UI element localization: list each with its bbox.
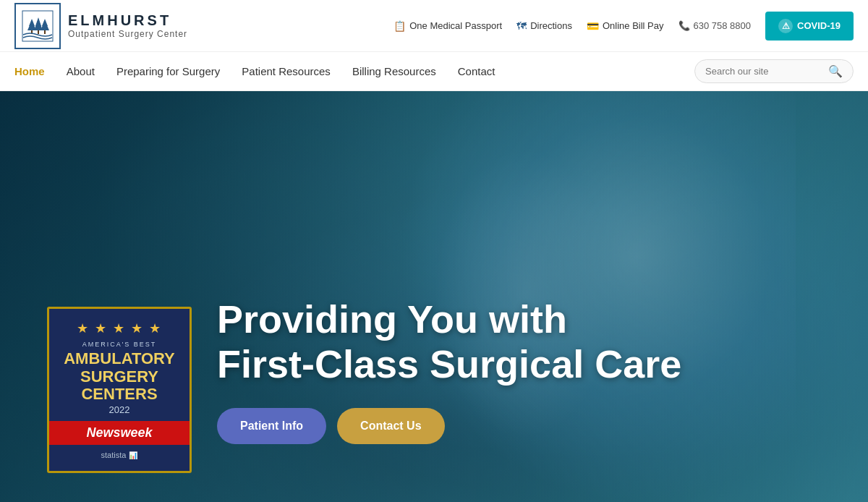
directions-icon: 🗺: [516, 20, 527, 32]
nav-preparing[interactable]: Preparing for Surgery: [116, 61, 220, 81]
logo-text: ELMHURST Outpatient Surgery Center: [68, 12, 187, 39]
search-area[interactable]: 🔍: [694, 59, 854, 83]
covid-label: COVID-19: [797, 20, 841, 31]
directions-label: Directions: [530, 20, 572, 31]
award-title-line1: Ambulatory: [61, 350, 178, 367]
award-title-line2: Surgery: [61, 368, 178, 386]
hero-section: ★ ★ ★ ★ ★ America's Best Ambulatory Surg…: [0, 91, 868, 502]
covid-button[interactable]: ⚠ COVID-19: [765, 12, 854, 41]
contact-us-button[interactable]: Contact Us: [337, 408, 444, 444]
logo-icon: [14, 3, 61, 49]
phone-icon: 📞: [678, 20, 690, 31]
award-badge: ★ ★ ★ ★ ★ America's Best Ambulatory Surg…: [47, 307, 192, 473]
hero-headline-line2: First-Class Surgical Care: [217, 342, 681, 386]
hero-headline-line1: Providing You with: [217, 297, 567, 341]
logo-subtitle: Outpatient Surgery Center: [68, 29, 187, 39]
search-button[interactable]: 🔍: [828, 64, 843, 78]
statista-line: statista 📊: [61, 451, 178, 459]
nav-patient-resources[interactable]: Patient Resources: [242, 61, 331, 81]
passport-link[interactable]: 📋 One Medical Passport: [393, 20, 502, 32]
statista-icon: 📊: [129, 451, 137, 459]
svg-rect-6: [38, 30, 39, 34]
passport-icon: 📋: [393, 20, 406, 32]
award-year: 2022: [61, 404, 178, 415]
nav-bar: Home About Preparing for Surgery Patient…: [0, 52, 868, 91]
bill-pay-link[interactable]: 💳 Online Bill Pay: [587, 20, 664, 32]
nav-contact[interactable]: Contact: [458, 61, 495, 81]
nav-links: Home About Preparing for Surgery Patient…: [14, 61, 495, 81]
svg-rect-9: [44, 30, 46, 34]
newsweek-label: Newsweek: [86, 425, 152, 440]
bill-pay-label: Online Bill Pay: [603, 20, 664, 31]
award-americas-label: America's Best: [61, 341, 178, 348]
warning-icon: ⚠: [778, 19, 793, 33]
award-title: Ambulatory Surgery Centers: [61, 350, 178, 403]
hero-buttons: Patient Info Contact Us: [217, 408, 796, 444]
award-title-line3: Centers: [61, 386, 178, 403]
passport-label: One Medical Passport: [409, 20, 502, 31]
newsweek-banner: Newsweek: [49, 421, 190, 445]
logo-title: ELMHURST: [68, 12, 187, 29]
patient-info-button[interactable]: Patient Info: [217, 408, 326, 444]
award-stars: ★ ★ ★ ★ ★: [61, 320, 178, 336]
directions-link[interactable]: 🗺 Directions: [516, 20, 572, 32]
phone-link[interactable]: 📞 630 758 8800: [678, 20, 752, 31]
nav-about[interactable]: About: [67, 61, 95, 81]
search-input[interactable]: [705, 66, 828, 77]
phone-number: 630 758 8800: [694, 20, 752, 31]
hero-content: Providing You with First-Class Surgical …: [217, 297, 796, 444]
logo[interactable]: ELMHURST Outpatient Surgery Center: [14, 3, 187, 49]
nav-billing[interactable]: Billing Resources: [352, 61, 436, 81]
bill-pay-icon: 💳: [587, 20, 599, 32]
top-links: 📋 One Medical Passport 🗺 Directions 💳 On…: [393, 12, 854, 41]
statista-label: statista: [101, 451, 127, 459]
top-bar: ELMHURST Outpatient Surgery Center 📋 One…: [0, 0, 868, 52]
hero-headline: Providing You with First-Class Surgical …: [217, 297, 796, 386]
search-icon: 🔍: [828, 65, 843, 77]
nav-home[interactable]: Home: [14, 61, 45, 81]
